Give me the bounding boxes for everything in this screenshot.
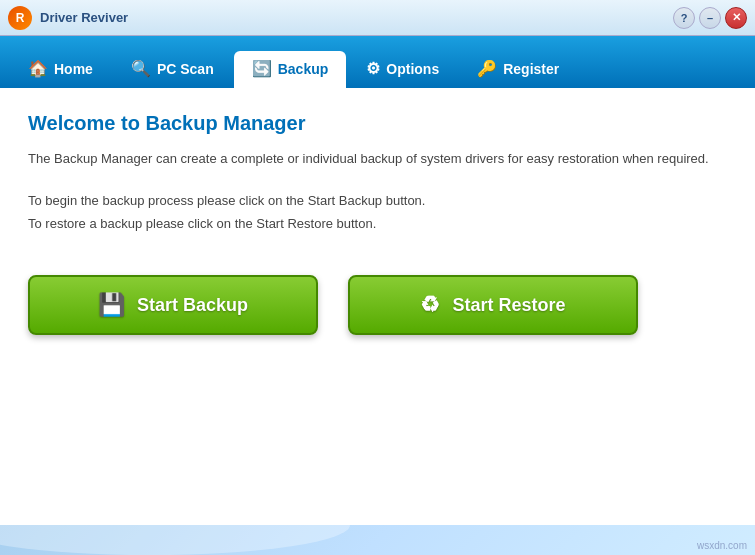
bottom-area: wsxdn.com [0, 525, 755, 555]
tab-register-label: Register [503, 61, 559, 77]
register-icon: 🔑 [477, 59, 497, 78]
tab-register[interactable]: 🔑 Register [459, 51, 577, 88]
button-row: 💾 Start Backup ♻ Start Restore [28, 275, 727, 335]
start-backup-label: Start Backup [137, 295, 248, 316]
page-title: Welcome to Backup Manager [28, 112, 727, 135]
title-bar-controls: ? – ✕ [673, 7, 747, 29]
options-icon: ⚙ [366, 59, 380, 78]
instruction-text: To begin the backup process please click… [28, 189, 727, 236]
tab-backup[interactable]: 🔄 Backup [234, 51, 347, 88]
restore-btn-icon: ♻ [420, 292, 440, 318]
backup-btn-icon: 💾 [98, 292, 125, 318]
backup-icon: 🔄 [252, 59, 272, 78]
start-restore-button[interactable]: ♻ Start Restore [348, 275, 638, 335]
instruction-line2: To restore a backup please click on the … [28, 212, 727, 235]
minimize-button[interactable]: – [699, 7, 721, 29]
tab-options[interactable]: ⚙ Options [348, 51, 457, 88]
nav-bar: 🏠 Home 🔍 PC Scan 🔄 Backup ⚙ Options 🔑 Re… [0, 36, 755, 88]
description-text: The Backup Manager can create a complete… [28, 149, 727, 169]
start-restore-label: Start Restore [452, 295, 565, 316]
tab-home[interactable]: 🏠 Home [10, 51, 111, 88]
app-title: Driver Reviver [40, 10, 128, 25]
instruction-line1: To begin the backup process please click… [28, 189, 727, 212]
tab-backup-label: Backup [278, 61, 329, 77]
app-icon: R [8, 6, 32, 30]
start-backup-button[interactable]: 💾 Start Backup [28, 275, 318, 335]
tab-pcscan[interactable]: 🔍 PC Scan [113, 51, 232, 88]
home-icon: 🏠 [28, 59, 48, 78]
title-bar-left: R Driver Reviver [8, 6, 128, 30]
tab-pcscan-label: PC Scan [157, 61, 214, 77]
tab-options-label: Options [386, 61, 439, 77]
scan-icon: 🔍 [131, 59, 151, 78]
watermark: wsxdn.com [697, 540, 747, 551]
close-button[interactable]: ✕ [725, 7, 747, 29]
content-area: Welcome to Backup Manager The Backup Man… [0, 88, 755, 525]
tab-home-label: Home [54, 61, 93, 77]
help-button[interactable]: ? [673, 7, 695, 29]
title-bar: R Driver Reviver ? – ✕ [0, 0, 755, 36]
